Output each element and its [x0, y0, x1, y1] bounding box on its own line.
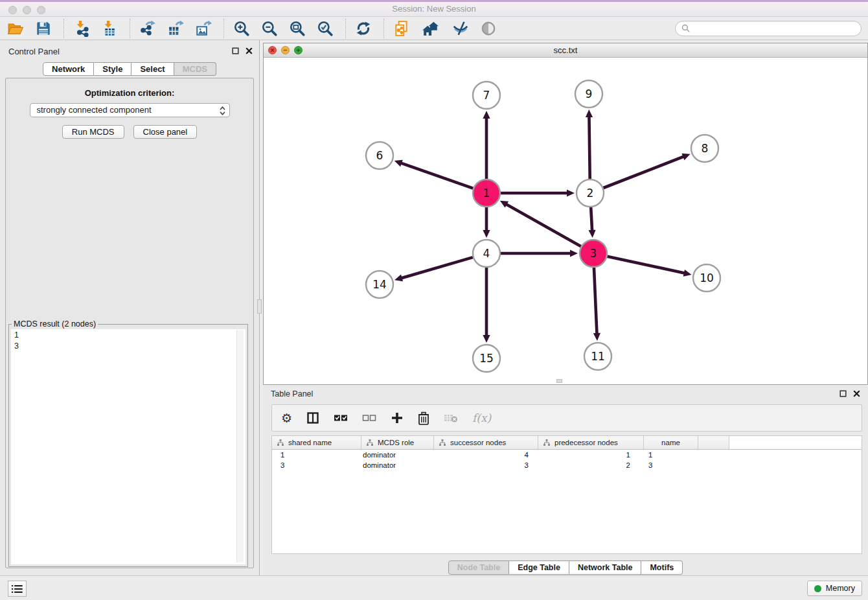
cell-shared-name[interactable]: 3: [272, 461, 361, 469]
table-options-icon[interactable]: ⚙: [281, 411, 292, 424]
network-close-icon[interactable]: [268, 46, 277, 54]
graph-node-7[interactable]: 7: [473, 82, 500, 109]
graph-node-14[interactable]: 14: [366, 271, 393, 298]
column-header-name[interactable]: name: [644, 436, 698, 449]
column-header-successor-nodes[interactable]: successor nodes: [434, 436, 538, 449]
tab-select[interactable]: Select: [131, 62, 174, 76]
memory-label: Memory: [826, 584, 855, 593]
column-header-mcds-role[interactable]: MCDS role: [361, 436, 434, 449]
table-panel-title: Table Panel: [271, 389, 313, 398]
export-table-icon[interactable]: [166, 19, 184, 38]
import-network-icon[interactable]: [73, 19, 90, 38]
graph-node-11[interactable]: 11: [584, 343, 611, 370]
mcds-result-textarea[interactable]: 1 3: [11, 329, 246, 564]
zoom-fit-icon[interactable]: [288, 19, 306, 38]
graph-edge-1-6[interactable]: [394, 160, 474, 189]
first-neighbors-icon[interactable]: [420, 19, 441, 38]
zoom-window-button[interactable]: [37, 6, 45, 14]
zoom-selected-icon[interactable]: [316, 19, 334, 38]
export-network-icon[interactable]: [139, 19, 156, 38]
network-window-titlebar[interactable]: scc.txt: [264, 43, 867, 58]
window-traffic-lights[interactable]: [8, 6, 45, 14]
float-table-panel-icon[interactable]: [839, 390, 847, 397]
column-header-shared-name[interactable]: shared name: [272, 436, 361, 449]
graph-node-6[interactable]: 6: [366, 142, 393, 169]
tab-motifs[interactable]: Motifs: [641, 560, 683, 575]
column-header-predecessor-nodes[interactable]: predecessor nodes: [538, 436, 644, 449]
export-image-icon[interactable]: [194, 19, 212, 38]
panel-splitter-handle[interactable]: [257, 299, 262, 314]
graph-edge-4-14[interactable]: [394, 257, 473, 281]
memory-button[interactable]: Memory: [807, 581, 862, 596]
criterion-dropdown[interactable]: strongly connected component: [30, 103, 230, 117]
result-scrollbar[interactable]: [236, 330, 244, 562]
tab-mcds[interactable]: MCDS: [174, 62, 216, 76]
graph-edge-1-2[interactable]: [501, 189, 575, 196]
cell-predecessor-nodes[interactable]: 2: [538, 461, 644, 469]
network-canvas[interactable]: 7968124314101511: [264, 58, 867, 384]
control-panel-title: Control Panel: [8, 47, 60, 56]
cell-shared-name[interactable]: 1: [272, 451, 361, 459]
minimize-window-button[interactable]: [23, 6, 31, 14]
cell-mcds-role[interactable]: dominator: [361, 451, 434, 459]
graph-edge-2-3[interactable]: [588, 207, 595, 238]
graph-edge-1-7[interactable]: [483, 111, 490, 179]
function-builder-icon: f(x): [472, 411, 491, 424]
tab-style[interactable]: Style: [94, 62, 131, 76]
graph-node-1[interactable]: 1: [473, 179, 500, 207]
graph-node-8[interactable]: 8: [691, 135, 718, 162]
close-panel-icon[interactable]: [246, 47, 253, 54]
show-all-icon[interactable]: [479, 19, 497, 38]
graph-edge-4-15[interactable]: [483, 268, 490, 343]
show-columns-icon[interactable]: [306, 411, 319, 424]
run-mcds-button[interactable]: Run MCDS: [62, 125, 124, 139]
zoom-in-icon[interactable]: [233, 19, 250, 38]
search-box[interactable]: [675, 21, 862, 36]
cell-name[interactable]: 3: [644, 461, 698, 469]
graph-edge-2-8[interactable]: [603, 154, 690, 188]
hide-selected-icon[interactable]: [451, 19, 469, 38]
graph-node-2[interactable]: 2: [577, 179, 604, 207]
close-table-panel-icon[interactable]: [853, 390, 860, 397]
select-all-columns-icon[interactable]: [334, 411, 348, 424]
graph-edge-4-3[interactable]: [501, 249, 578, 257]
tab-network-table[interactable]: Network Table: [569, 560, 642, 575]
cell-successor-nodes[interactable]: 3: [434, 461, 538, 469]
graph-node-15[interactable]: 15: [473, 345, 500, 372]
cell-successor-nodes[interactable]: 4: [434, 451, 538, 459]
table-row[interactable]: 3 dominator 3 2 3: [272, 460, 862, 470]
add-column-icon[interactable]: [391, 411, 404, 424]
graph-edge-3-10[interactable]: [607, 257, 691, 277]
unselect-all-columns-icon[interactable]: [362, 411, 376, 424]
import-table-icon[interactable]: [100, 19, 118, 38]
tab-network[interactable]: Network: [43, 62, 94, 76]
float-panel-icon[interactable]: [232, 47, 239, 54]
close-panel-button[interactable]: Close panel: [133, 125, 198, 139]
graph-edge-3-11[interactable]: [593, 268, 600, 341]
close-window-button[interactable]: [8, 6, 17, 14]
graph-node-3[interactable]: 3: [580, 240, 607, 267]
delete-columns-icon[interactable]: [418, 411, 429, 425]
cell-predecessor-nodes[interactable]: 1: [538, 451, 644, 459]
apply-preferred-layout-icon[interactable]: [354, 19, 372, 38]
graph-node-9[interactable]: 9: [575, 80, 602, 108]
tab-edge-table[interactable]: Edge Table: [509, 560, 569, 575]
graph-node-10[interactable]: 10: [693, 264, 720, 292]
network-maximize-icon[interactable]: [294, 46, 303, 54]
search-input[interactable]: [693, 23, 855, 34]
network-minimize-icon[interactable]: [281, 46, 290, 54]
cell-mcds-role[interactable]: dominator: [361, 461, 434, 469]
cell-name[interactable]: 1: [644, 451, 698, 459]
new-network-from-selection-icon[interactable]: [393, 19, 410, 38]
open-session-icon[interactable]: [6, 19, 24, 38]
zoom-out-icon[interactable]: [260, 19, 278, 38]
graph-edge-1-4[interactable]: [483, 207, 490, 238]
tab-node-table[interactable]: Node Table: [448, 560, 509, 575]
show-panels-button[interactable]: [8, 581, 27, 597]
graph-edge-2-9[interactable]: [586, 110, 593, 179]
graph-edge-3-1[interactable]: [500, 201, 581, 246]
graph-node-4[interactable]: 4: [473, 240, 500, 267]
canvas-scroll-grip[interactable]: [556, 379, 562, 383]
save-session-icon[interactable]: [34, 19, 52, 38]
table-row[interactable]: 1 dominator 4 1 1: [272, 450, 862, 460]
